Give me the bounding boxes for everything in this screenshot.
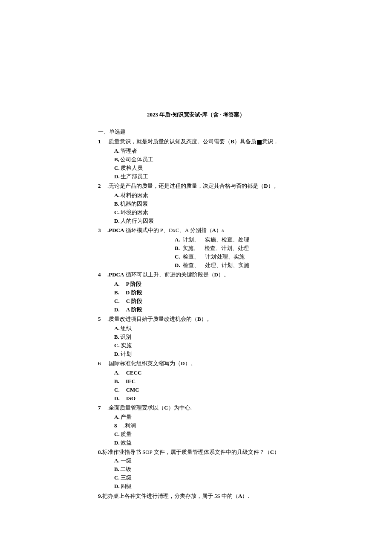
q-text: .PDCA 循环可以上升、前进的关键阶段是（D）。 [107,270,294,279]
question-9: 9.把办桌上各种文件进行清理，分类存放，属于 5S 中的（A）. [98,492,294,500]
q-num: 8. [98,449,102,455]
q-text: .无论是产品的质量，还是过程的质量，决定其合格与否的都是（D）。 [107,182,294,190]
q-text: .质量意识，就是对质量的认知及态度。公司需要（B）具备质意识， [107,137,294,146]
question-3: 3 .PDCA 循环模式中的 P、DxC、A 分别指（A）₈ A.计划、 实施、… [98,226,294,270]
question-5: 5 .质量改进项目始于质量改进机会的（B）。 A.组织 B.识别 C.实施 D.… [98,315,294,358]
section-heading: 一、单选题 [98,128,294,136]
options: A.一级 B.二级 C.三级 D.四级 [98,456,294,491]
question-1: 1 .质量意识，就是对质量的认知及态度。公司需要（B）具备质意识， A.管理者 … [98,137,294,181]
page-title: 2023 年质•知识宽安试•库（含 · 考答案） [98,111,294,119]
q-text: .PDCA 循环模式中的 P、DxC、A 分别指（A）₈ [107,226,294,235]
filled-square-icon [257,140,262,145]
question-2: 2 .无论是产品的质量，还是过程的质量，决定其合格与否的都是（D）。 A.材料的… [98,182,294,225]
q-text: .国际标准化组织英文缩写为（D）。 [107,359,294,368]
question-7: 7 .全面质量管理要求以（C）为中心. A.产量 8 .利润 C.质量 D.效益 [98,404,294,447]
q-text: 标准作业指导书 SOP 文件，属于质量管理体系文件中的几级文件？（C） [102,449,280,455]
q-num: 4 [98,270,107,279]
q-num: 9. [98,493,102,499]
options: A.产量 8 .利润 C.质量 D.效益 [98,413,294,447]
options: A.管理者 B,公司全体员工 C.质检人员 D.生产部员工 [98,147,294,181]
options: A. CECC B. IEC C. CMC D. ISO [98,369,294,403]
q-text: .全面质量管理要求以（C）为中心. [107,404,294,412]
q-num: 1 [98,137,107,146]
options: A. P 阶段 B. D 阶段 C. C 阶段 D. A 阶段 [98,280,294,314]
question-8: 8.标准作业指导书 SOP 文件，属于质量管理体系文件中的几级文件？（C） A.… [98,448,294,491]
q-text: 把办桌上各种文件进行清理，分类存放，属于 5S 中的（A）. [102,493,249,499]
q-num: 6 [98,359,107,368]
q-num: 3 [98,226,107,235]
options: A.计划、 实施、检查、处理 B.实施、 检查、计划、处理 C.检查、 计划'处… [98,235,294,270]
question-4: 4 .PDCA 循环可以上升、前进的关键阶段是（D）。 A. P 阶段 B. D… [98,270,294,314]
q-num: 7 [98,404,107,412]
q-num: 5 [98,315,107,323]
q-num: 2 [98,182,107,190]
question-6: 6 .国际标准化组织英文缩写为（D）。 A. CECC B. IEC C. CM… [98,359,294,403]
options: A.组织 B.识别 C.实施 D.计划 [98,324,294,359]
q-text: .质量改进项目始于质量改进机会的（B）。 [107,315,294,323]
options: A.材料的因素 B.机器的因素 C.环境的因素 D.人的行为因素 [98,191,294,226]
